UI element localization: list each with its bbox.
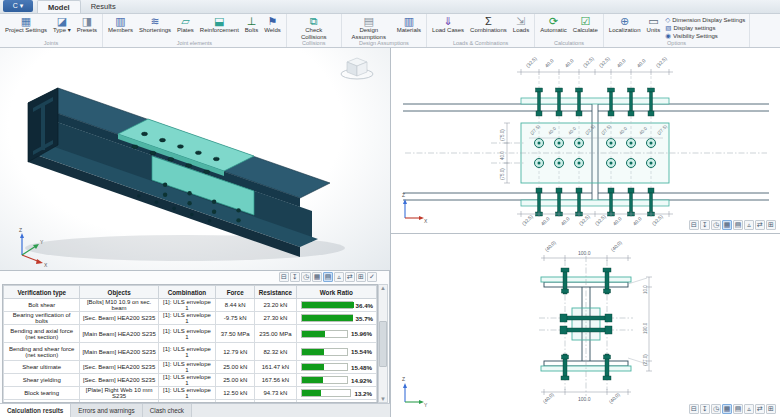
title-bar: C ▾ ModelResults [0,0,780,14]
calculate-button[interactable]: ☑Calculate [570,15,601,34]
flip-icon[interactable]: ⇄ [755,404,765,414]
dimension-icon[interactable]: ▵ [744,220,754,230]
print-icon[interactable]: ⊟ [279,272,289,282]
dimension-display-settings-button[interactable]: ◇Dimension Display Settings [663,16,747,24]
grid-icon[interactable]: ▦ [722,220,732,230]
svg-text:(32.5): (32.5) [520,213,534,227]
history-icon[interactable]: ◷ [711,220,721,230]
horizontal-splitter-right[interactable] [391,233,780,234]
materials-button[interactable]: ▥Materials [394,15,424,34]
design-assumptions-button[interactable]: ▤Design Assumptions [344,15,394,40]
display-settings-button[interactable]: ▧Display settings [663,24,747,32]
reinforcement-button[interactable]: ⬓Reinforcement [197,15,242,34]
flip-icon[interactable]: ⇄ [345,272,355,282]
fit-icon[interactable]: ⊞ [356,272,366,282]
print-icon[interactable]: ⊟ [689,220,699,230]
column-header-resistance[interactable]: Resistance [255,286,296,299]
display-icon[interactable]: ▤ [323,272,333,282]
cell-verification-type: Bearing verification of bolts [4,312,80,325]
print-icon[interactable]: ⊟ [689,404,699,414]
table-row[interactable]: Shear ultimate[Sec. Beam] HEA200 S235[1]… [4,361,377,374]
automatic-button[interactable]: ⟳Automatic [537,15,570,34]
export-icon[interactable]: ↧ [290,272,300,282]
svg-text:(32.5): (32.5) [654,55,668,69]
column-header-objects[interactable]: Objects [80,286,158,299]
plates-icon: ▱ [181,15,189,27]
project-settings-button[interactable]: ▦Project Settings [2,15,50,34]
ribbon-group-label: Design Assumptions [344,40,424,47]
grid-icon[interactable]: ▦ [312,272,322,282]
column-header-work-ratio[interactable]: Work Ratio [296,286,376,299]
bottom-tab-calculation-results[interactable]: Calculation results [0,404,71,417]
table-row[interactable]: Bearing verification of bolts[Sec. Beam]… [4,312,377,325]
presets-button[interactable]: ◨Presets [74,15,100,34]
viewport-elevation-drawing[interactable]: (32.5) 40.0 40.0 (32.5) (32.5) 40.0 40.0… [391,48,780,233]
units-button[interactable]: ▭Units [644,15,664,34]
cell-resistance: 167.56 kN [255,374,296,387]
window-tab-results[interactable]: Results [81,0,126,13]
welds-button[interactable]: ⚑Welds [261,15,284,34]
check-icon[interactable]: ✓ [367,272,377,282]
bottom-tab-errors-and-warnings[interactable]: Errors and warnings [71,404,142,417]
cell-verification-type: Bending and axial force (net section) [4,325,80,343]
cell-objects: [Sec. Beam] HEA200 S235 [80,312,158,325]
bottom-tab-clash-check[interactable]: Clash check [143,404,192,417]
column-header-verification-type[interactable]: Verification type [4,286,80,299]
table-row[interactable]: Bending and shear force (net section)[Ma… [4,343,377,361]
grid-icon[interactable]: ▦ [722,404,732,414]
combinations-button[interactable]: ΣCombinations [467,15,510,34]
display-icon[interactable]: ▤ [733,404,743,414]
column-header-combination[interactable]: Combination [158,286,215,299]
view-cube[interactable] [341,58,373,79]
localization-button[interactable]: ⊕Localization [606,15,644,34]
elevation-drawing: (32.5) 40.0 40.0 (32.5) (32.5) 40.0 40.0… [391,48,780,233]
app-menu-button[interactable]: C ▾ [3,0,33,12]
flip-icon[interactable]: ⇄ [755,220,765,230]
check-collisions-button[interactable]: ⧉Check Collisions [289,15,339,40]
work-ratio-bar [301,389,352,397]
members-button[interactable]: ▥Members [105,15,136,34]
svg-text:40.0: 40.0 [611,215,622,226]
table-row[interactable]: Bending and axial force (net section)[Ma… [4,325,377,343]
display-icon[interactable]: ▤ [733,220,743,230]
ribbon-group-joint-elements: ▥Members≋Shortenings▱Plates⬓Reinforcemen… [103,14,287,47]
scroll-down-icon[interactable]: ▼ [380,396,386,402]
shortenings-icon: ≋ [150,15,159,27]
history-icon[interactable]: ◷ [711,404,721,414]
loads-button[interactable]: ⇲Loads [510,15,532,34]
scroll-up-icon[interactable]: ▲ [380,285,386,291]
viewport-section-drawing[interactable]: (40.0) 100.0 (40.0) (40.0) 100.0 (40.0) [391,234,780,417]
loads-label: Loads [513,27,529,34]
table-row[interactable]: Bolt shear[Bolts] M10 10.9 on sec. beam[… [4,299,377,312]
svg-text:40.0: 40.0 [631,215,642,226]
table-row[interactable]: Shear yielding[Sec. Beam] HEA200 S235[1]… [4,374,377,387]
welds-label: Welds [264,27,281,34]
table-scrollbar[interactable]: ▲ ▼ [378,284,388,403]
work-ratio-value: 15.54% [351,348,372,355]
window-tab-model[interactable]: Model [37,0,81,13]
results-table[interactable]: Verification typeObjectsCombinationForce… [2,284,378,403]
history-icon[interactable]: ◷ [301,272,311,282]
viewport-3d[interactable]: Z X Y [0,48,390,270]
export-icon[interactable]: ↧ [700,404,710,414]
export-icon[interactable]: ↧ [700,220,710,230]
visibility-settings-button[interactable]: ◉Visibility Settings [663,32,747,40]
ribbon-group-options: ⊕Localization▭Units◇Dimension Display Se… [604,14,750,47]
svg-text:(75.0): (75.0) [500,129,505,141]
shortenings-button[interactable]: ≋Shortenings [136,15,174,34]
load-cases-button[interactable]: ⇓Load Cases [429,15,467,34]
svg-text:40.0: 40.0 [615,57,626,68]
fit-icon[interactable]: ⊞ [766,220,776,230]
dimension-icon[interactable]: ▵ [334,272,344,282]
fit-icon[interactable]: ⊞ [766,404,776,414]
column-header-force[interactable]: Force [216,286,255,299]
bolts-button[interactable]: ⊥Bolts [242,15,261,34]
scrollbar-thumb[interactable] [379,321,387,367]
type-button[interactable]: ◪Type ▾ [50,15,74,34]
table-row[interactable]: Block tearing[Plate] Right Web 10 mm S23… [4,387,377,400]
cell-force: 25.00 kN [216,374,255,387]
cell-force: 12.50 kN [216,387,255,400]
dimension-display-settings-icon: ◇ [665,16,670,24]
dimension-icon[interactable]: ▵ [744,404,754,414]
plates-button[interactable]: ▱Plates [174,15,197,34]
